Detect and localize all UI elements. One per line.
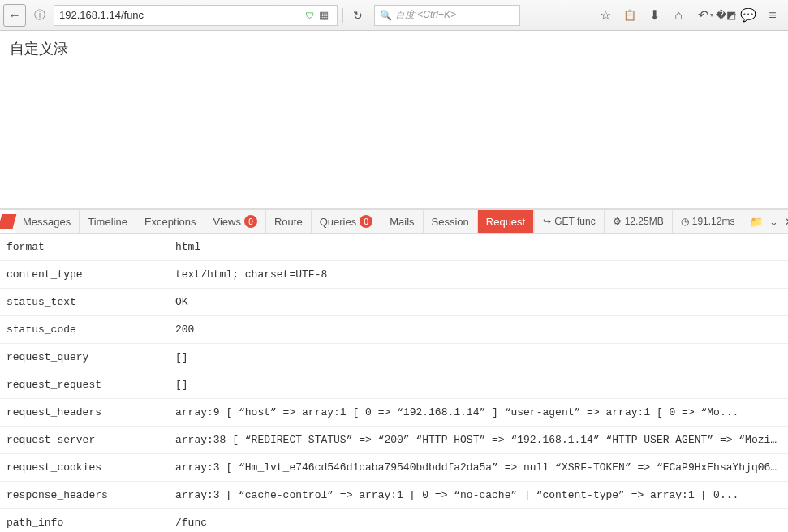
row-key: response_headers <box>6 489 175 501</box>
debug-bar: Messages Timeline Exceptions Views 0 Rou… <box>0 209 788 234</box>
table-row[interactable]: status_code200 <box>0 316 788 344</box>
tab-route[interactable]: Route <box>266 210 312 233</box>
toolbar-icons: ☆ 📋 ⬇ ⌂ ↶ ▾ �◩ ▾ 💬 ≡ <box>593 3 785 28</box>
row-value: [] <box>175 379 782 391</box>
tab-queries[interactable]: Queries 0 <box>312 210 382 233</box>
table-row[interactable]: response_headersarray:3 [ “cache-control… <box>0 482 788 509</box>
url-right-icons: 🛡 ▦ <box>305 9 329 21</box>
table-row[interactable]: path_info/func <box>0 509 788 532</box>
back-button[interactable]: ← <box>3 4 26 27</box>
row-key: content_type <box>6 268 175 281</box>
back-arrow-icon: ← <box>8 8 21 23</box>
row-value: [] <box>175 351 782 363</box>
queries-badge: 0 <box>360 215 372 228</box>
table-row[interactable]: request_cookiesarray:3 [ “Hm_lvt_e746cd5… <box>0 454 788 482</box>
row-key: request_cookies <box>6 461 175 474</box>
search-bar[interactable]: 🔍 百度 <Ctrl+K> <box>374 5 520 26</box>
table-row[interactable]: request_headersarray:9 [ “host” => array… <box>0 399 788 427</box>
qr-icon[interactable]: ▦ <box>319 9 329 21</box>
row-value: 200 <box>175 324 782 336</box>
bookmark-icon[interactable]: ☆ <box>593 3 618 28</box>
folder-icon[interactable]: 📁 <box>750 216 763 228</box>
row-key: request_headers <box>6 406 175 418</box>
row-value: array:3 [ “Hm_lvt_e746cd546d1caba79540bd… <box>175 461 782 474</box>
table-row[interactable]: request_request[] <box>0 371 788 399</box>
row-value: html <box>175 241 782 253</box>
row-key: request_request <box>6 379 175 391</box>
row-value: array:3 [ “cache-control” => array:1 [ 0… <box>175 489 782 501</box>
divider <box>342 8 343 23</box>
page-content: 自定义渌 <box>0 31 788 209</box>
row-value: array:38 [ “REDIRECT_STATUS” => “200” “H… <box>175 434 782 446</box>
row-value: OK <box>175 296 782 308</box>
tab-views[interactable]: Views 0 <box>205 210 266 233</box>
table-row[interactable]: request_serverarray:38 [ “REDIRECT_STATU… <box>0 427 788 454</box>
time-info: ◷ 191.12ms <box>672 210 743 233</box>
shield-icon[interactable]: 🛡 <box>305 11 314 20</box>
tab-exceptions[interactable]: Exceptions <box>136 210 205 233</box>
row-value: array:9 [ “host” => array:1 [ 0 => “192.… <box>175 406 782 418</box>
row-key: status_code <box>6 324 175 336</box>
clock-icon: ◷ <box>681 216 689 227</box>
chat-icon[interactable]: 💬 <box>736 3 760 28</box>
search-icon: 🔍 <box>380 10 392 21</box>
row-value: text/html; charset=UTF-8 <box>175 268 782 281</box>
browser-toolbar: ← ⓘ 192.168.1.14/func 🛡 ▦ ↻ 🔍 百度 <Ctrl+K… <box>0 0 788 31</box>
search-placeholder: 百度 <Ctrl+K> <box>395 8 456 22</box>
tab-timeline[interactable]: Timeline <box>80 210 136 233</box>
memory-info: ⚙ 12.25MB <box>604 210 672 233</box>
close-icon[interactable]: ✕ <box>785 216 788 228</box>
info-icon[interactable]: ⓘ <box>31 6 49 24</box>
row-value: /func <box>175 517 782 529</box>
minimize-icon[interactable]: ⌄ <box>769 216 778 228</box>
refresh-icon[interactable]: ↻ <box>348 9 368 22</box>
home-icon[interactable]: ⌂ <box>666 3 691 28</box>
tab-session[interactable]: Session <box>424 210 478 233</box>
url-text: 192.168.1.14/func <box>59 9 144 21</box>
debug-panel[interactable]: formathtmlcontent_typetext/html; charset… <box>0 234 788 532</box>
row-key: format <box>6 241 175 253</box>
row-key: status_text <box>6 296 175 308</box>
download-icon[interactable]: ⬇ <box>642 3 666 28</box>
debug-right-info: ↪ GET func ⚙ 12.25MB ◷ 191.12ms 📁 ⌄ ✕ <box>534 210 788 233</box>
tab-mails[interactable]: Mails <box>381 210 423 233</box>
debug-logo[interactable] <box>0 210 15 233</box>
tab-messages[interactable]: Messages <box>15 210 80 233</box>
tab-request[interactable]: Request <box>478 210 534 233</box>
menu-icon[interactable]: ≡ <box>760 3 785 28</box>
debug-actions: 📁 ⌄ ✕ <box>743 210 788 233</box>
page-title: 自定义渌 <box>10 39 778 58</box>
table-row[interactable]: formathtml <box>0 234 788 261</box>
table-row[interactable]: status_textOK <box>0 289 788 316</box>
table-row[interactable]: content_typetext/html; charset=UTF-8 <box>0 261 788 289</box>
row-key: request_server <box>6 434 175 446</box>
row-key: request_query <box>6 351 175 363</box>
library-icon[interactable]: 📋 <box>618 3 642 28</box>
views-badge: 0 <box>244 215 257 228</box>
row-key: path_info <box>6 517 175 529</box>
table-row[interactable]: request_query[] <box>0 344 788 371</box>
memory-icon: ⚙ <box>613 216 622 227</box>
url-bar[interactable]: 192.168.1.14/func 🛡 ▦ <box>54 5 338 26</box>
redirect-icon: ↪ <box>543 216 551 227</box>
route-info[interactable]: ↪ GET func <box>534 210 603 233</box>
